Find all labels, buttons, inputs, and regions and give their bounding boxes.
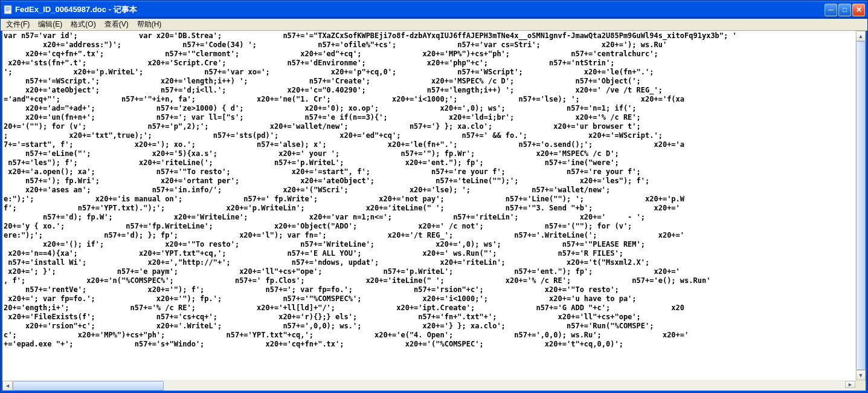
horizontal-scrollbar[interactable]: ◄ ► xyxy=(2,380,855,391)
vertical-scrollbar[interactable]: ▲ ▼ xyxy=(855,31,866,380)
horizontal-scroll-track[interactable] xyxy=(13,381,855,391)
horizontal-scroll-thumb[interactable] xyxy=(13,381,164,391)
notepad-icon xyxy=(3,5,13,15)
menu-format[interactable]: 格式(O) xyxy=(66,18,100,31)
scroll-left-button[interactable]: ◄ xyxy=(2,381,13,391)
window-controls: ─ □ ✕ xyxy=(825,4,865,16)
scroll-down-button[interactable]: ▼ xyxy=(856,370,866,380)
scroll-up-button[interactable]: ▲ xyxy=(856,31,866,41)
titlebar[interactable]: FedEx_ID_00645987.doc - 记事本 ─ □ ✕ xyxy=(1,1,867,19)
client-area: var n57='var id'; var x20='DB.Strea'; n5… xyxy=(1,31,867,392)
menu-file[interactable]: 文件(F) xyxy=(2,18,34,31)
scrollbar-corner xyxy=(855,380,866,391)
minimize-button[interactable]: ─ xyxy=(825,4,837,16)
menu-help[interactable]: 帮助(H) xyxy=(133,18,166,31)
menu-view[interactable]: 查看(V) xyxy=(100,18,133,31)
notepad-window: FedEx_ID_00645987.doc - 记事本 ─ □ ✕ 文件(F) … xyxy=(0,0,868,393)
menu-edit[interactable]: 编辑(E) xyxy=(34,18,66,31)
close-button[interactable]: ✕ xyxy=(852,4,865,16)
menubar: 文件(F) 编辑(E) 格式(O) 查看(V) 帮助(H) xyxy=(1,19,867,31)
vertical-scroll-thumb[interactable] xyxy=(856,41,866,370)
text-content[interactable]: var n57='var id'; var x20='DB.Strea'; n5… xyxy=(2,31,866,391)
maximize-button[interactable]: □ xyxy=(838,4,851,16)
scroll-right-button[interactable]: ► xyxy=(845,381,855,388)
window-title: FedEx_ID_00645987.doc - 记事本 xyxy=(15,4,825,15)
